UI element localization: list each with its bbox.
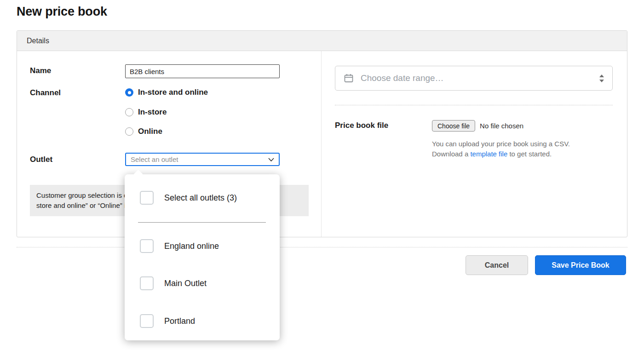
outlet-label: Outlet (30, 155, 52, 164)
details-panel: Details Name Channel In-store and online… (17, 30, 627, 237)
new-price-book-page: New price book Details Name Channel In-s… (0, 0, 644, 356)
choose-file-button[interactable]: Choose file (432, 120, 475, 132)
arrow-up-icon (599, 75, 604, 77)
footer-divider (17, 247, 627, 247)
checkbox-icon[interactable] (140, 314, 154, 328)
radio-label: Online (138, 127, 162, 136)
dropdown-item-select-all[interactable]: Select all outlets (3) (140, 191, 237, 205)
outlet-dropdown-menu: Select all outlets (3) England online Ma… (125, 174, 280, 340)
file-status-text: No file chosen (480, 122, 523, 130)
file-input-row: Choose file No file chosen (432, 120, 523, 132)
save-price-book-button[interactable]: Save Price Book (535, 255, 626, 275)
outlet-select[interactable]: Select an outlet (125, 153, 280, 166)
checkbox-icon[interactable] (140, 239, 154, 253)
template-file-link[interactable]: template file (470, 150, 507, 158)
calendar-icon (344, 73, 354, 83)
panel-header: Details (17, 31, 627, 51)
checkbox-icon[interactable] (140, 276, 154, 290)
date-range-picker[interactable]: Choose date range… (335, 66, 613, 91)
right-column-divider (335, 105, 613, 105)
file-help-line1: You can upload your price book using a C… (432, 139, 570, 149)
page-title: New price book (17, 5, 107, 19)
panel-content: Name Channel In-store and online In-stor… (17, 51, 627, 237)
name-label: Name (30, 66, 51, 75)
dropdown-item-label: Select all outlets (3) (164, 193, 237, 203)
radio-in-store-and-online[interactable]: In-store and online (125, 88, 208, 97)
column-divider (321, 51, 322, 237)
chevron-down-icon (268, 158, 274, 161)
file-help-line2: Download a template file to get started. (432, 149, 570, 159)
checkbox-icon[interactable] (140, 191, 154, 205)
dropdown-item-label: England online (164, 241, 219, 251)
radio-in-store[interactable]: In-store (125, 108, 167, 117)
panel-header-label: Details (27, 37, 49, 45)
channel-label: Channel (30, 88, 61, 98)
radio-icon (125, 108, 133, 116)
dropdown-item-label: Main Outlet (164, 279, 207, 288)
dropdown-item-label: Portland (164, 316, 195, 326)
price-book-file-label: Price book file (335, 121, 388, 130)
radio-label: In-store (138, 108, 167, 117)
outlet-select-placeholder: Select an outlet (131, 155, 268, 163)
name-input[interactable] (125, 64, 280, 78)
radio-icon (125, 127, 133, 136)
dropdown-item-england-online[interactable]: England online (140, 239, 219, 253)
file-help-text: You can upload your price book using a C… (432, 139, 570, 159)
radio-label: In-store and online (138, 88, 208, 97)
dropdown-item-portland[interactable]: Portland (140, 314, 195, 328)
dropdown-item-main-outlet[interactable]: Main Outlet (140, 276, 207, 290)
arrow-down-icon (599, 80, 604, 82)
radio-selected-icon (125, 88, 133, 97)
radio-online[interactable]: Online (125, 127, 162, 136)
cancel-button[interactable]: Cancel (466, 255, 528, 275)
date-range-placeholder: Choose date range… (361, 73, 599, 83)
dropdown-divider (138, 222, 266, 223)
stepper-arrows-icon (599, 75, 604, 82)
